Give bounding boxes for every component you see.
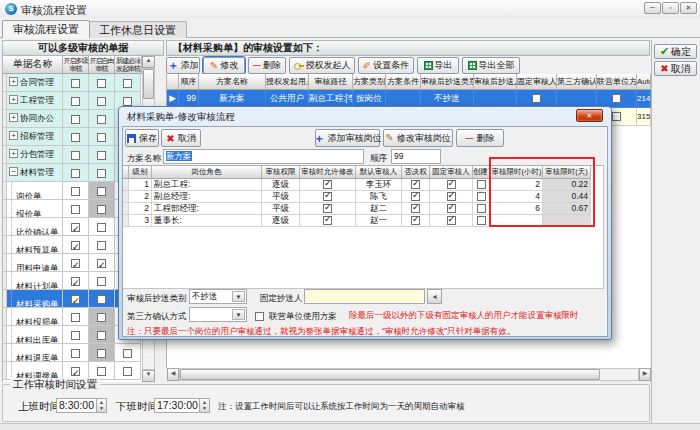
checkbox[interactable] — [323, 192, 332, 201]
checkbox[interactable] — [97, 187, 106, 196]
checkbox[interactable] — [71, 367, 80, 376]
add-post-button[interactable]: ＋添加审核岗位 — [315, 129, 380, 147]
fixed-cc-input[interactable] — [304, 289, 425, 304]
checkbox[interactable] — [447, 180, 456, 189]
checkbox[interactable] — [97, 169, 106, 178]
authorize-initiator-button[interactable]: 授权发起人 — [289, 57, 355, 74]
post-col-header[interactable]: 审核时允许修改 — [300, 166, 356, 179]
checkbox[interactable] — [97, 295, 106, 304]
checkbox[interactable] — [97, 241, 106, 250]
tab-holiday-settings[interactable]: 工作休息日设置 — [88, 21, 187, 38]
checkbox[interactable] — [447, 192, 456, 201]
export-all-button[interactable]: 导出全部 — [462, 57, 520, 74]
checkbox[interactable] — [71, 169, 80, 178]
modify-post-button[interactable]: ✎修改审核岗位 — [383, 129, 453, 147]
plan-col-header[interactable]: 审核后抄送类别 — [421, 74, 474, 90]
plan-col-header[interactable]: 审核后抄送人 — [474, 74, 517, 90]
close-button[interactable]: ✕ — [680, 2, 697, 14]
tree-row-合同管理[interactable]: +合同管理 — [3, 74, 142, 92]
checkbox[interactable] — [323, 216, 332, 225]
plan-col-header[interactable]: 方案条件 — [386, 74, 421, 90]
checkbox[interactable] — [71, 277, 80, 286]
left-scrollbar-thumb[interactable] — [143, 69, 154, 99]
checkbox[interactable] — [123, 97, 132, 106]
checkbox[interactable] — [97, 367, 106, 376]
expand-icon[interactable]: + — [9, 149, 18, 158]
checkbox[interactable] — [71, 295, 80, 304]
checkbox[interactable] — [71, 241, 80, 250]
checkbox[interactable] — [97, 259, 106, 268]
expand-icon[interactable]: + — [9, 131, 18, 140]
plan-col-header[interactable]: 审核路径 — [309, 74, 353, 90]
checkbox[interactable] — [447, 216, 456, 225]
checkbox[interactable] — [411, 204, 420, 213]
post-col-header[interactable]: 级别 — [129, 166, 152, 179]
scroll-down-icon[interactable]: ▼ — [142, 370, 155, 382]
checkbox[interactable] — [447, 204, 456, 213]
plan-col-header[interactable]: 固定审核人 — [517, 74, 557, 90]
start-time-spinner[interactable]: ▲▼ — [96, 398, 107, 413]
end-time-input[interactable]: 17:30:00 — [154, 398, 200, 413]
plan-col-header[interactable]: 顺序 — [179, 74, 199, 90]
col-doc-name[interactable]: 单据名称 — [3, 56, 63, 74]
checkbox[interactable] — [71, 349, 80, 358]
checkbox[interactable] — [71, 151, 80, 160]
checkbox[interactable] — [97, 331, 106, 340]
checkbox[interactable] — [123, 349, 132, 358]
checkbox[interactable] — [71, 115, 80, 124]
tree-row-材料退库单[interactable]: 材料退库单 — [3, 344, 142, 362]
expand-icon[interactable]: + — [9, 77, 18, 86]
copy-type-select[interactable]: 不抄送▼ — [189, 289, 247, 304]
dialog-close-button[interactable]: ✕ — [576, 109, 603, 122]
cc-picker-button[interactable]: ◂ — [427, 289, 442, 304]
order-input[interactable]: 99 — [391, 149, 441, 164]
plan-col-header[interactable]: 第三方确认 — [557, 74, 597, 90]
checkbox[interactable] — [71, 205, 80, 214]
checkbox[interactable] — [71, 223, 80, 232]
maximize-button[interactable]: ▫ — [662, 2, 679, 14]
checkbox[interactable] — [97, 151, 106, 160]
post-col-header[interactable]: 审核权限 — [262, 166, 300, 179]
collapse-icon[interactable]: − — [9, 167, 18, 176]
checkbox[interactable] — [97, 277, 106, 286]
checkbox[interactable] — [532, 94, 541, 103]
checkbox[interactable] — [71, 97, 80, 106]
checkbox[interactable] — [71, 313, 80, 322]
start-time-input[interactable]: 8:30:00 — [56, 398, 97, 413]
ok-button[interactable]: ✔确定 — [654, 44, 697, 59]
end-time-spinner[interactable]: ▲▼ — [199, 398, 210, 413]
checkbox[interactable] — [123, 367, 132, 376]
col-free-audit[interactable]: 开启自由审核 — [89, 56, 115, 74]
third-confirm-select[interactable]: ▼ — [189, 307, 247, 322]
plan-col-header[interactable]: Auto — [637, 74, 651, 90]
plan-name-input[interactable]: 新方案 — [163, 149, 364, 164]
col-must-launch[interactable]: 新建必须发起审核 — [115, 56, 142, 74]
checkbox[interactable] — [477, 216, 486, 225]
checkbox[interactable] — [71, 79, 80, 88]
post-col-header[interactable]: 默认审核人 — [356, 166, 402, 179]
scroll-left-icon[interactable]: ◀ — [167, 368, 179, 381]
checkbox[interactable] — [97, 205, 106, 214]
checkbox[interactable] — [411, 180, 420, 189]
plan-col-header[interactable]: 授权发起用户 — [266, 74, 309, 90]
plan-col-header[interactable]: 方案类别 — [353, 74, 386, 90]
checkbox[interactable] — [71, 133, 80, 142]
checkbox[interactable] — [97, 79, 106, 88]
joint-plan-checkbox[interactable] — [255, 312, 264, 321]
post-col-header[interactable]: 固定审核人 — [430, 166, 473, 179]
post-col-header[interactable]: 岗位角色 — [152, 166, 262, 179]
checkbox[interactable] — [477, 180, 486, 189]
post-col-header[interactable]: 否决权 — [402, 166, 430, 179]
col-multilevel[interactable]: 开启多级审核 — [63, 56, 89, 74]
checkbox[interactable] — [97, 133, 106, 142]
expand-icon[interactable]: + — [9, 113, 18, 122]
expand-icon[interactable]: + — [9, 95, 18, 104]
dialog-cancel-button[interactable]: ✖取消 — [161, 129, 201, 147]
minimize-button[interactable]: ─ — [644, 2, 661, 14]
checkbox[interactable] — [71, 187, 80, 196]
h-scrollbar-thumb[interactable] — [180, 369, 600, 380]
checkbox[interactable] — [612, 112, 621, 121]
modify-button[interactable]: ✎修改 — [203, 57, 245, 74]
checkbox[interactable] — [97, 97, 106, 106]
checkbox[interactable] — [71, 331, 80, 340]
